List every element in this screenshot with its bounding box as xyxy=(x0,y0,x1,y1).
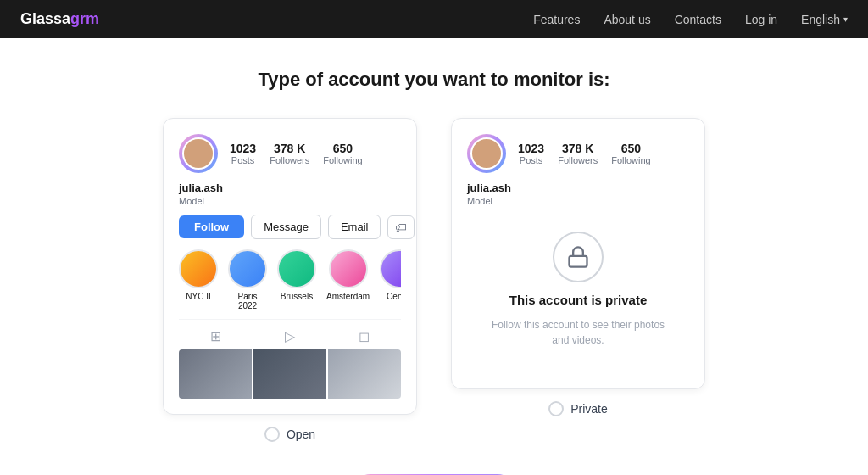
profile-header-private: 1023 Posts 378 K Followers 650 Following xyxy=(467,134,689,173)
private-account-card: 1023 Posts 378 K Followers 650 Following xyxy=(451,118,705,389)
nav-link-about[interactable]: About us xyxy=(604,13,650,26)
stat-following-private: 650 Following xyxy=(611,142,650,165)
highlight-circle-3 xyxy=(277,249,316,288)
open-option[interactable]: Open xyxy=(264,427,315,442)
avatar-open xyxy=(179,134,218,173)
main-content: Type of account you want to monitor is: … xyxy=(0,38,868,475)
navbar: Glassagrm Features About us Contacts Log… xyxy=(0,0,868,38)
language-label: English xyxy=(801,13,840,26)
avatar-image-private xyxy=(470,137,503,170)
highlight-circle-5 xyxy=(380,249,401,288)
following-count-private: 650 xyxy=(611,142,650,155)
highlight-label-1: NYC II xyxy=(186,292,210,301)
highlight-label-3: Brussels xyxy=(281,292,313,301)
highlight-1: NYC II xyxy=(179,249,218,310)
highlight-label-4: Amsterdam xyxy=(326,292,370,301)
profile-header-open: 1023 Posts 378 K Followers 650 Following xyxy=(179,134,401,173)
profile-bio-private: Model xyxy=(467,196,689,206)
nav-link-features[interactable]: Features xyxy=(533,13,580,26)
stats-open: 1023 Posts 378 K Followers 650 Following xyxy=(230,142,363,165)
stat-posts-open: 1023 Posts xyxy=(230,142,256,165)
email-button[interactable]: Email xyxy=(328,215,381,239)
photo-grid-open xyxy=(179,349,401,399)
profile-username-open: julia.ash xyxy=(179,182,401,194)
video-icon[interactable]: ▷ xyxy=(276,327,303,346)
action-buttons-open: Follow Message Email 🏷 xyxy=(179,215,401,239)
private-account-title: This account is private xyxy=(509,293,648,307)
nav-logo: Glassagrm xyxy=(20,10,99,28)
tag-icon[interactable]: ◻ xyxy=(350,327,378,346)
nav-link-contacts[interactable]: Contacts xyxy=(675,13,721,26)
highlight-5: Centra xyxy=(380,249,401,310)
open-label: Open xyxy=(287,428,315,441)
private-radio[interactable] xyxy=(548,401,564,416)
following-label-private: Following xyxy=(611,155,650,165)
posts-count-private: 1023 xyxy=(518,142,544,155)
highlight-label-2: Paris 2022 xyxy=(228,292,267,310)
language-selector[interactable]: English ▾ xyxy=(801,13,848,26)
stat-followers-private: 378 K Followers xyxy=(558,142,598,165)
avatar-image-open xyxy=(182,137,214,170)
more-button[interactable]: 🏷 xyxy=(387,215,415,239)
highlight-4: Amsterdam xyxy=(326,249,370,310)
highlights-open: NYC II Paris 2022 Brussels Amsterdam xyxy=(179,249,401,310)
stats-private: 1023 Posts 378 K Followers 650 Following xyxy=(518,142,651,165)
highlight-circle-4 xyxy=(329,249,368,288)
svg-rect-0 xyxy=(570,256,587,267)
chevron-down-icon: ▾ xyxy=(843,14,848,24)
followers-label-open: Followers xyxy=(270,155,309,165)
photo-cell-2 xyxy=(253,349,326,399)
highlight-circle-2 xyxy=(228,249,267,288)
nav-link-login[interactable]: Log in xyxy=(745,13,777,26)
nav-links: Features About us Contacts Log in Englis… xyxy=(533,13,848,26)
private-card-wrapper: 1023 Posts 378 K Followers 650 Following xyxy=(451,118,705,416)
stat-posts-private: 1023 Posts xyxy=(518,142,544,165)
highlight-label-5: Centra xyxy=(387,292,401,301)
posts-label-open: Posts xyxy=(230,155,256,165)
stat-followers-open: 378 K Followers xyxy=(270,142,309,165)
avatar-private xyxy=(467,134,506,173)
cards-row: 1023 Posts 378 K Followers 650 Following xyxy=(163,118,705,442)
message-button[interactable]: Message xyxy=(251,215,321,239)
private-option[interactable]: Private xyxy=(548,401,608,416)
followers-count-open: 378 K xyxy=(270,142,309,155)
grid-icon[interactable]: ⊞ xyxy=(202,327,230,346)
posts-count-open: 1023 xyxy=(230,142,256,155)
highlight-circle-1 xyxy=(179,249,218,288)
open-account-card: 1023 Posts 378 K Followers 650 Following xyxy=(163,118,417,415)
private-account-subtitle: Follow this account to see their photos … xyxy=(484,317,672,348)
private-label: Private xyxy=(570,402,608,416)
followers-label-private: Followers xyxy=(558,155,598,165)
following-count-open: 650 xyxy=(323,142,362,155)
photo-cell-1 xyxy=(179,349,252,399)
stat-following-open: 650 Following xyxy=(323,142,362,165)
private-content: This account is private Follow this acco… xyxy=(467,206,689,373)
page-title: Type of account you want to monitor is: xyxy=(258,69,609,91)
posts-label-private: Posts xyxy=(518,155,544,165)
followers-count-private: 378 K xyxy=(558,142,598,155)
open-radio[interactable] xyxy=(264,427,280,442)
lock-icon xyxy=(553,232,604,282)
profile-username-private: julia.ash xyxy=(467,182,689,194)
highlight-3: Brussels xyxy=(277,249,316,310)
highlight-2: Paris 2022 xyxy=(228,249,267,310)
open-card-wrapper: 1023 Posts 378 K Followers 650 Following xyxy=(163,118,417,442)
following-label-open: Following xyxy=(323,155,362,165)
photo-cell-3 xyxy=(328,349,401,399)
follow-button[interactable]: Follow xyxy=(179,215,244,238)
profile-bio-open: Model xyxy=(179,196,401,206)
tab-icons-open: ⊞ ▷ ◻ xyxy=(179,319,401,346)
